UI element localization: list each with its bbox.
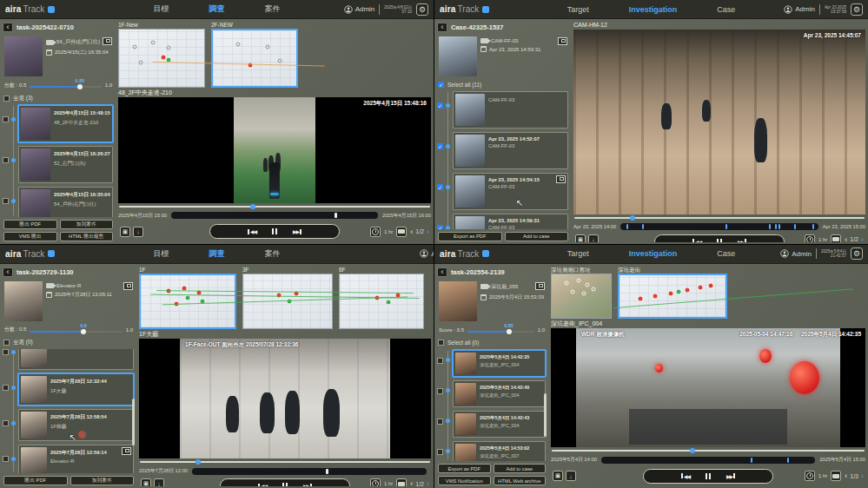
nav-item-0[interactable]: Target xyxy=(567,249,589,258)
next-button[interactable]: ▶▶ xyxy=(303,483,312,486)
snapshot-icon[interactable]: ▣ xyxy=(120,227,130,237)
timeline-bar[interactable] xyxy=(192,468,427,475)
item-checkbox[interactable]: ✓ xyxy=(437,184,443,190)
back-button[interactable]: ‹ xyxy=(3,267,13,277)
page-prev-icon[interactable]: ‹ xyxy=(410,479,413,486)
floor-map-canvas[interactable] xyxy=(139,274,236,329)
item-checkbox[interactable]: ✓ xyxy=(437,102,443,109)
previous-button[interactable]: ◀◀ xyxy=(248,228,256,234)
item-checkbox[interactable]: ✓ xyxy=(437,143,443,149)
list-item[interactable]: 2025年7月28日 12:32:441F大廳 xyxy=(3,373,134,406)
list-item[interactable]: ✓Apr 23, 2025 14:54:15CAM-FF-03↖ xyxy=(437,173,568,210)
list-item[interactable]: 2025年5月4日 14:42:40深坑老街_IPC_004 xyxy=(437,380,546,407)
previous-button[interactable]: ◀◀ xyxy=(692,239,701,242)
list-item[interactable] xyxy=(3,349,134,370)
floor-map[interactable]: 2F-NEW xyxy=(211,21,298,88)
previous-button[interactable]: ◀◀ xyxy=(258,483,267,486)
page-next-icon[interactable]: › xyxy=(861,235,864,242)
sidebar-button-0[interactable]: Export as PDF xyxy=(438,464,491,473)
settings-gear-icon[interactable]: ⚙ xyxy=(416,3,428,16)
page-next-icon[interactable]: › xyxy=(861,472,864,480)
result-card[interactable]: 2025年4月15日 15:48:1548_2F中央走道-210 xyxy=(18,105,113,142)
floor-map-canvas[interactable] xyxy=(242,274,333,329)
result-card[interactable]: Apr 23, 2025 14:54:15CAM-FF-03↖ xyxy=(453,173,568,210)
interval-clock-icon[interactable] xyxy=(370,227,381,237)
select-all-checkbox[interactable]: ✓ xyxy=(438,82,444,88)
list-scrollbar[interactable] xyxy=(544,393,547,436)
previous-button[interactable]: ◀◀ xyxy=(681,473,690,479)
result-card[interactable] xyxy=(18,349,134,370)
result-card[interactable]: Apr 23, 2025 14:52:07CAM-FF-03 xyxy=(453,132,568,169)
floor-map-canvas[interactable] xyxy=(211,29,298,88)
item-checkbox[interactable] xyxy=(3,420,9,426)
item-checkbox[interactable] xyxy=(3,349,9,355)
nav-item-0[interactable]: Target xyxy=(567,5,589,14)
nav-item-2[interactable]: 案件 xyxy=(265,3,281,15)
sidebar-button-0[interactable]: 匯出 PDF xyxy=(3,476,68,485)
download-icon[interactable]: ↓ xyxy=(154,478,164,486)
score-slider[interactable]: 0.85 xyxy=(467,324,534,336)
slider-thumb[interactable] xyxy=(507,329,512,334)
pause-button[interactable] xyxy=(282,483,288,486)
sidebar-button-1[interactable]: 加到案件 xyxy=(60,220,114,229)
list-item[interactable]: 2025年4月15日 15:48:1548_2F中央走道-210 xyxy=(3,105,113,142)
video-scrubber[interactable] xyxy=(118,203,431,210)
item-checkbox[interactable] xyxy=(3,198,9,204)
video-scrubber[interactable] xyxy=(139,458,431,465)
page-prev-icon[interactable]: ‹ xyxy=(410,228,413,236)
camera-view-icon[interactable] xyxy=(396,227,407,237)
result-card[interactable]: CAM-FF-03 xyxy=(453,91,568,129)
result-card[interactable]: 2025年5月4日 14:42:43深坑老街_IPC_004 xyxy=(453,411,546,438)
back-button[interactable]: ‹ xyxy=(437,267,447,277)
page-next-icon[interactable]: › xyxy=(427,479,429,486)
list-item[interactable]: 2025年4月15日 16:35:0454_戶外(右門口往) xyxy=(3,187,113,217)
timeline-bar[interactable] xyxy=(601,457,815,464)
expand-icon[interactable] xyxy=(556,175,566,183)
page-next-icon[interactable]: › xyxy=(427,228,429,236)
camera-view-icon[interactable] xyxy=(831,234,841,242)
score-slider[interactable]: 0.85 xyxy=(30,79,101,91)
list-item[interactable]: 2025年4月15日 16:26:2752_右門口(內) xyxy=(3,146,113,183)
next-button[interactable]: ▶▶ xyxy=(738,239,746,242)
list-item[interactable]: 2025年5月4日 14:42:43深坑老街_IPC_004 xyxy=(437,411,546,438)
floor-map[interactable]: 深坑老街 xyxy=(618,266,727,319)
nav-item-1[interactable]: 調查 xyxy=(209,248,225,260)
nav-item-2[interactable]: Case xyxy=(717,5,735,14)
item-checkbox[interactable] xyxy=(3,385,9,391)
admin-menu[interactable]: Admin xyxy=(784,5,815,14)
nav-item-2[interactable]: Case xyxy=(717,249,735,258)
timeline-playhead[interactable] xyxy=(335,213,337,218)
settings-gear-icon[interactable]: ⚙ xyxy=(851,3,863,16)
scrubber-handle[interactable] xyxy=(690,448,695,453)
floor-map[interactable]: 深坑廟廟口舊址 xyxy=(551,266,612,319)
nav-item-2[interactable]: 案件 xyxy=(265,248,281,260)
expand-icon[interactable] xyxy=(558,37,567,45)
result-card[interactable]: 2025年5月4日 14:53:02深坑老街_IPC_007 xyxy=(453,441,546,462)
admin-menu[interactable]: Admin xyxy=(344,5,375,14)
download-icon[interactable]: ↓ xyxy=(588,234,599,242)
camera-view-icon[interactable] xyxy=(396,478,407,486)
item-checkbox[interactable] xyxy=(437,449,443,455)
admin-menu[interactable]: Admin xyxy=(780,249,812,258)
result-card[interactable]: 2025年7月28日 12:32:441F大廳 xyxy=(18,373,134,406)
list-item[interactable]: ✓CAM-FF-03 xyxy=(437,91,568,129)
expand-icon[interactable] xyxy=(123,282,133,290)
next-button[interactable]: ▶▶ xyxy=(726,473,735,479)
sidebar-button-3[interactable]: HTML 匯出報告 xyxy=(60,232,114,241)
nav-item-1[interactable]: 調查 xyxy=(209,3,225,15)
video-player[interactable]: 2025年4月15日 15:48:16 xyxy=(118,97,431,203)
video-player[interactable]: 1F-Face-OUT 面向外左 2025/07/28 12:32:36 xyxy=(139,339,431,459)
video-player[interactable]: Apr 23, 2025 14:45:07 xyxy=(573,30,865,214)
settings-gear-icon[interactable]: ⚙ xyxy=(851,247,863,260)
sidebar-button-1[interactable]: Add to case xyxy=(505,232,569,241)
back-button[interactable]: ‹ xyxy=(3,23,13,32)
list-scrollbar[interactable] xyxy=(132,399,135,446)
download-icon[interactable]: ↓ xyxy=(566,471,576,481)
list-item[interactable]: 2025年7月28日 12:58:541F梯廳↖ xyxy=(3,409,134,441)
floor-map-canvas[interactable] xyxy=(339,274,424,329)
video-scrubber[interactable] xyxy=(573,214,865,221)
slider-thumb[interactable] xyxy=(81,329,86,334)
camera-view-icon[interactable] xyxy=(831,471,841,481)
pause-button[interactable] xyxy=(706,473,711,479)
scrubber-handle[interactable] xyxy=(250,204,255,209)
